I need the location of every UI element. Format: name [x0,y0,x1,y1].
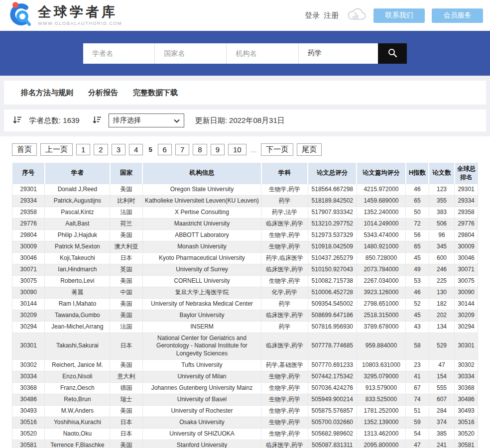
cell: University of Milan [142,371,261,382]
cell: 507036.424276 [308,382,357,394]
cell: X Pertise Consulting [142,207,261,218]
cell: 29334 [12,195,45,207]
table-row[interactable]: 29301Donald J,Reed美国Oregon State Univers… [12,184,478,195]
cell: 2095.800000 [357,440,405,448]
page-button[interactable]: 首页 [12,143,37,156]
cell: 30368 [455,382,478,394]
table-row[interactable]: 30302Reichert, Janice M.美国Tufts Universi… [12,359,478,371]
cell: 30046 [455,252,478,264]
page-button[interactable]: 2 [94,144,108,155]
table-row[interactable]: 29358Pascal,Kintz法国X Pertise Consulting药… [12,207,478,218]
cell: 临床医学,药学 [261,218,308,229]
column-header: 机构信息 [142,163,261,184]
cell: 荷兰 [110,218,142,229]
cell: 30493 [12,405,45,417]
cell: 1313.462000 [357,428,405,440]
table-row[interactable]: 30046Koji,Takeuchi日本Kyoto Pharmaceutical… [12,252,478,264]
column-header: 论文总评分 [308,163,357,184]
login-link[interactable]: 登录 [305,11,320,20]
cell: 美国 [110,440,142,448]
table-row[interactable]: 30486Reto,Brun瑞士University of Basel生物学,药… [12,394,478,405]
nav-analysis-report[interactable]: 分析报告 [88,88,118,98]
cell: 药学,基础医学 [261,359,308,371]
cell: 化学,药学 [261,287,308,298]
table-row[interactable]: 30009Patrick M,Sexton澳大利亚Monash Universi… [12,241,478,252]
cell: 30144 [455,298,478,310]
cell: 药学,临床医学 [261,252,308,264]
cell: 29301 [455,184,478,195]
cell: 29301 [12,184,45,195]
table-row[interactable]: 29334Patrick,Augustijns比利时Katholieke Uni… [12,195,478,207]
column-header: 论文篇均评分 [357,163,405,184]
cell: Franz,Oesch [45,382,110,394]
page-button[interactable]: 8 [193,144,207,155]
cell: 5343.474000 [357,229,405,241]
table-row[interactable]: 30581Terrence F,Blaschke美国Stanford Unive… [12,440,478,448]
cell: 30009 [455,241,478,252]
page-button[interactable]: 1 [76,144,90,155]
table-row[interactable]: 30368Franz,Oesch德国Johannes Gutenberg Uni… [12,382,478,394]
cell: 复旦大学上海医学院 [142,287,261,298]
cell: 30294 [455,321,478,333]
cell: Monash University [142,241,261,252]
page-button[interactable]: 下一页 [261,143,293,156]
cell: 蒋晨 [45,287,110,298]
cell: Koji,Takeuchi [45,252,110,264]
cell: Osaka University [142,417,261,428]
cell: 355 [429,195,454,207]
table-row[interactable]: 30144Ram I,Mahato美国University of Nebrask… [12,298,478,310]
cell: 30071 [12,264,45,275]
cell: 生物学,药学 [261,371,308,382]
page-button[interactable]: 9 [211,144,225,155]
register-link[interactable]: 注册 [324,11,339,20]
table-row[interactable]: 30520Naoto,Oku日本University of SHIZUOKA生物… [12,428,478,440]
cell: 510006.452728 [308,287,357,298]
table-row[interactable]: 30301Takashi,Sakurai日本National Center fo… [12,333,478,359]
page-button[interactable]: 3 [112,144,125,155]
table-row[interactable]: 30334Enzo,Nisoli意大利University of Milan生物… [12,371,478,382]
member-services-button[interactable]: 会员服务 [432,8,483,23]
page-button[interactable]: 7 [175,144,189,155]
cell: 46 [406,184,429,195]
contact-us-button[interactable]: 联系我们 [373,8,425,23]
table-row[interactable]: 30516Yoshihisa,Kurachi日本Osaka University… [12,417,478,428]
page-button[interactable]: 尾页 [297,143,322,156]
column-header: 学科 [261,163,308,184]
cell: 2518.315000 [357,310,405,321]
table-row[interactable]: 30209Tawanda,Gumbo美国Baylor University临床医… [12,310,478,321]
table-row[interactable]: 30493M.W,Anders美国University of Rochester… [12,405,478,417]
nav-full-data-download[interactable]: 完整数据下载 [133,88,178,98]
table-row[interactable]: 30075Roberto,Levi美国CORNELL University生物学… [12,275,478,287]
page-button[interactable]: 上一页 [40,143,73,156]
cell: 130 [429,287,454,298]
cell: University of Nebraska Medical Center [142,298,261,310]
institution-name-input[interactable] [227,43,298,64]
page-button[interactable]: 4 [129,144,143,155]
table-row[interactable]: 30294Jean-Michel,Arrang法国INSERM药学507816.… [12,321,478,333]
cell: 4215.972000 [357,184,405,195]
country-name-input[interactable] [155,43,227,64]
cell: 生物学,药学 [261,428,308,440]
cell: 生物学,药学 [261,184,308,195]
cell: 1480.921000 [357,241,405,252]
cloud-icon [346,6,367,24]
brand[interactable]: 全球学者库 WWW.GLOBALAUTHORID.COM [7,1,122,29]
cell: Patrick M,Sexton [45,241,110,252]
cell: 154 [429,371,454,382]
cell: 30520 [12,428,45,440]
table-row[interactable]: 30071Ian,Hindmarch英国University of Surrey… [12,264,478,275]
cell: 1459.689000 [357,195,405,207]
scholar-name-input[interactable] [83,43,155,64]
sort-select[interactable]: 排序选择 [109,113,184,127]
cell: 59 [406,417,429,428]
page-button[interactable]: 6 [158,144,172,155]
table-row[interactable]: 30090蒋晨中国复旦大学上海医学院化学,药学510006.4527283923… [12,287,478,298]
cell: Tawanda,Gumbo [45,310,110,321]
nav-ranking-rules[interactable]: 排名方法与规则 [21,88,73,98]
subject-input[interactable] [299,43,378,64]
cell: 507778.774685 [308,333,357,359]
table-row[interactable]: 29776Aalt,Bast荷兰Maastricht University临床医… [12,218,478,229]
page-button[interactable]: 10 [228,144,246,155]
table-row[interactable]: 29804Philip J,Hajduk美国ABBOTT Laboratory生… [12,229,478,241]
search-button[interactable] [378,43,407,64]
